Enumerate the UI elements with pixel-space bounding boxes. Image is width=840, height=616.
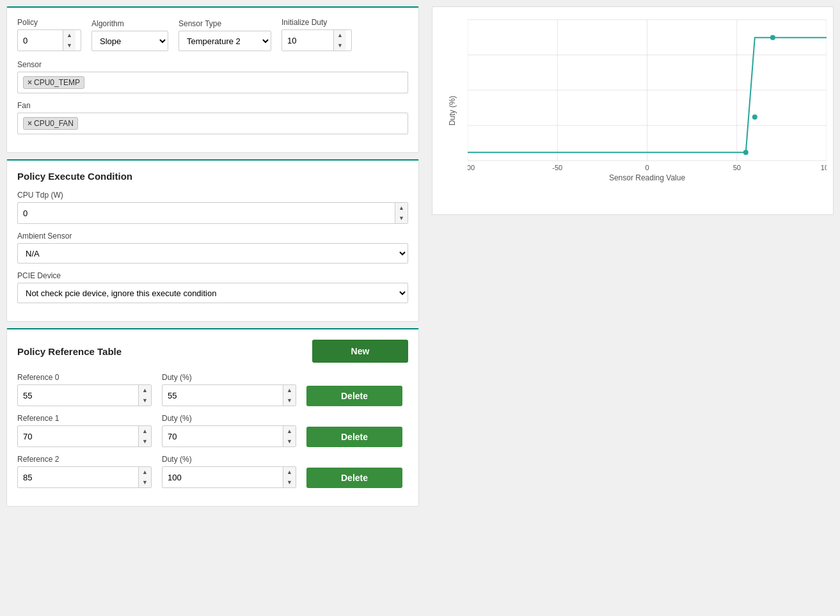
sensor-type-label: Sensor Type [178, 19, 271, 28]
svg-text:100: 100 [821, 164, 827, 171]
fan-group: Fan × CPU0_FAN [17, 101, 408, 134]
ref0-input[interactable] [18, 385, 138, 406]
delete-button-1[interactable]: Delete [306, 427, 402, 447]
policy-group: Policy 0 ▲ ▼ [17, 18, 81, 51]
duty1-arrows: ▲ ▼ [283, 426, 296, 446]
ref2-arrows: ▲ ▼ [138, 467, 151, 487]
ref1-group: Reference 1 ▲ ▼ [17, 414, 152, 447]
sensor-tag-cpu0-temp[interactable]: × CPU0_TEMP [23, 76, 84, 89]
svg-text:-50: -50 [552, 164, 562, 171]
sensor-tag-remove-icon[interactable]: × [28, 78, 32, 87]
ref2-group: Reference 2 ▲ ▼ [17, 455, 152, 488]
init-duty-increment[interactable]: ▲ [334, 30, 346, 40]
duty1-group: Duty (%) ▲ ▼ [162, 414, 296, 447]
policy-label: Policy [17, 18, 81, 27]
svg-text:-100: -100 [468, 164, 475, 171]
policy-execute-condition-card: Policy Execute Condition CPU Tdp (W) 0 ▲… [6, 159, 419, 322]
ref2-decrement[interactable]: ▼ [139, 477, 151, 487]
ref2-increment[interactable]: ▲ [139, 467, 151, 477]
cpu-tdp-decrement[interactable]: ▼ [395, 213, 408, 223]
duty1-label: Duty (%) [162, 414, 296, 423]
duty0-group: Duty (%) ▲ ▼ [162, 373, 296, 406]
ref0-label: Reference 0 [17, 373, 152, 382]
sensor-label: Sensor [17, 60, 408, 69]
ref1-decrement[interactable]: ▼ [139, 436, 151, 446]
fan-tag-input[interactable]: × CPU0_FAN [17, 113, 408, 134]
policy-input[interactable]: 0 [18, 30, 63, 51]
duty1-increment[interactable]: ▲ [283, 426, 296, 436]
sensor-group: Sensor × CPU0_TEMP [17, 60, 408, 93]
ref1-arrows: ▲ ▼ [138, 426, 151, 446]
init-duty-label: Initialize Duty [281, 18, 352, 27]
policy-ref-title: Policy Reference Table [17, 346, 122, 357]
sensor-type-group: Sensor Type Temperature 2 Temperature 1 … [178, 19, 271, 51]
cpu-tdp-increment[interactable]: ▲ [395, 203, 408, 213]
ref2-input[interactable] [18, 467, 138, 487]
reference-row-2: Reference 2 ▲ ▼ Duty (%) ▲ [17, 455, 408, 488]
ref1-label: Reference 1 [17, 414, 152, 423]
chart-y-label: Duty (%) [448, 96, 457, 126]
duty0-arrows: ▲ ▼ [283, 385, 296, 406]
ref1-increment[interactable]: ▲ [139, 426, 151, 436]
algorithm-group: Algorithm Slope Step Linear [91, 19, 168, 51]
duty0-input[interactable] [162, 385, 283, 406]
chart-area: Duty (%) 0 20 40 60 -100 [432, 6, 834, 507]
duty2-decrement[interactable]: ▼ [283, 477, 296, 487]
pcie-device-label: PCIE Device [17, 271, 408, 280]
sensor-tag-input[interactable]: × CPU0_TEMP [17, 72, 408, 93]
duty1-input[interactable] [162, 426, 283, 446]
duty1-decrement[interactable]: ▼ [283, 436, 296, 446]
pcie-device-group: PCIE Device Not check pcie device, ignor… [17, 271, 408, 303]
init-duty-input[interactable]: 10 [282, 30, 333, 51]
policy-decrement[interactable]: ▼ [63, 40, 75, 51]
chart-point-2 [770, 35, 775, 40]
init-duty-decrement[interactable]: ▼ [334, 40, 346, 51]
policy-settings-card: Policy 0 ▲ ▼ Algorithm Slope Step Lin [6, 6, 419, 153]
duty2-arrows: ▲ ▼ [283, 467, 296, 487]
cpu-tdp-label: CPU Tdp (W) [17, 191, 408, 200]
duty2-label: Duty (%) [162, 455, 296, 464]
policy-spinbox-arrows: ▲ ▼ [63, 30, 75, 51]
duty0-increment[interactable]: ▲ [283, 385, 296, 395]
algorithm-select[interactable]: Slope Step Linear [91, 31, 168, 51]
ref0-group: Reference 0 ▲ ▼ [17, 373, 152, 406]
init-duty-group: Initialize Duty 10 ▲ ▼ [281, 18, 352, 51]
policy-increment[interactable]: ▲ [63, 30, 75, 40]
sensor-type-select[interactable]: Temperature 2 Temperature 1 RPM [178, 31, 271, 51]
fan-label: Fan [17, 101, 408, 110]
svg-text:50: 50 [733, 164, 741, 171]
policy-ref-header: Policy Reference Table New [17, 340, 408, 363]
duty2-input[interactable] [162, 467, 283, 487]
pcie-device-select[interactable]: Not check pcie device, ignore this execu… [17, 283, 408, 303]
duty2-group: Duty (%) ▲ ▼ [162, 455, 296, 488]
cpu-tdp-arrows: ▲ ▼ [395, 203, 408, 223]
chart-x-label: Sensor Reading Value [468, 173, 827, 182]
svg-text:0: 0 [645, 164, 649, 171]
cpu-tdp-input[interactable]: 0 [18, 203, 395, 223]
ref0-decrement[interactable]: ▼ [139, 395, 151, 406]
duty2-increment[interactable]: ▲ [283, 467, 296, 477]
fan-tag-remove-icon[interactable]: × [28, 119, 32, 128]
ref1-input[interactable] [18, 426, 138, 446]
ref0-arrows: ▲ ▼ [138, 385, 151, 406]
sensor-tag-label: CPU0_TEMP [34, 78, 80, 87]
reference-row-0: Reference 0 ▲ ▼ Duty (%) ▲ [17, 373, 408, 406]
reference-row-1: Reference 1 ▲ ▼ Duty (%) ▲ [17, 414, 408, 447]
cpu-tdp-group: CPU Tdp (W) 0 ▲ ▼ [17, 191, 408, 224]
fan-tag-label: CPU0_FAN [34, 119, 74, 128]
ambient-sensor-select[interactable]: N/A Sensor1 Sensor2 [17, 243, 408, 264]
ambient-sensor-group: Ambient Sensor N/A Sensor1 Sensor2 [17, 232, 408, 264]
duty0-decrement[interactable]: ▼ [283, 395, 296, 406]
delete-button-0[interactable]: Delete [306, 386, 402, 406]
ref2-label: Reference 2 [17, 455, 152, 464]
delete-button-2[interactable]: Delete [306, 468, 402, 488]
ref0-increment[interactable]: ▲ [139, 385, 151, 395]
policy-execute-condition-title: Policy Execute Condition [17, 171, 408, 182]
duty0-label: Duty (%) [162, 373, 296, 382]
ambient-sensor-label: Ambient Sensor [17, 232, 408, 241]
new-button[interactable]: New [312, 340, 408, 363]
policy-reference-table-card: Policy Reference Table New Reference 0 ▲… [6, 328, 419, 507]
fan-tag-cpu0-fan[interactable]: × CPU0_FAN [23, 117, 78, 130]
chart-point-0 [743, 150, 749, 155]
algorithm-label: Algorithm [91, 19, 168, 28]
